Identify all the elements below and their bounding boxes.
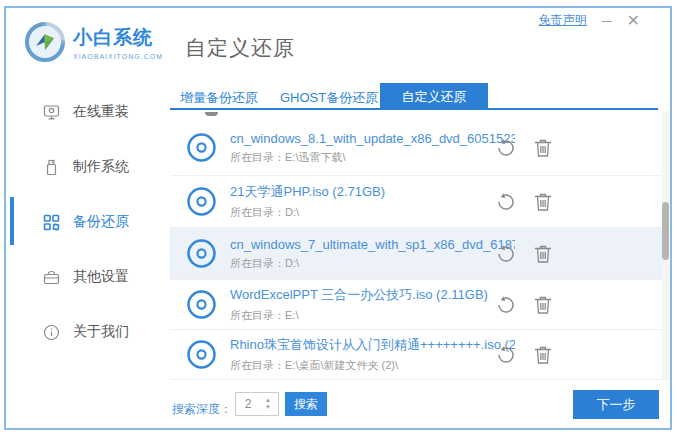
file-path: 所在目录：E:\迅雷下载\ <box>230 150 515 165</box>
delete-button[interactable] <box>532 191 554 213</box>
disc-icon <box>186 186 217 217</box>
logo-swirl-icon <box>24 21 66 63</box>
sidebar-item-label: 在线重装 <box>73 103 129 121</box>
search-button[interactable]: 搜索 <box>285 392 327 416</box>
file-path: 所在目录：D:\ <box>230 205 515 220</box>
tab-custom-restore[interactable]: 自定义还原 <box>380 83 488 110</box>
restore-button[interactable] <box>495 191 517 213</box>
search-depth-label: 搜索深度： <box>172 401 232 418</box>
list-item[interactable]: cn_windows_7_ultimate_with_sp1_x86_dvd_6… <box>170 228 662 280</box>
sidebar-item-label: 制作系统 <box>73 158 129 176</box>
sidebar-item-online-reinstall[interactable]: 在线重装 <box>43 97 129 127</box>
sidebar-item-label: 关于我们 <box>73 323 129 341</box>
disc-icon <box>186 339 217 370</box>
spinner-down-icon[interactable]: ▼ <box>265 404 271 411</box>
delete-button[interactable] <box>532 344 554 366</box>
sidebar-item-other-settings[interactable]: 其他设置 <box>43 262 129 292</box>
sidebar-item-backup-restore[interactable]: 备份还原 <box>43 207 129 237</box>
file-path: 所在目录：D:\ <box>230 256 515 271</box>
file-path: 所在目录：E:\ <box>230 308 515 323</box>
search-depth-spinner: ▲ ▼ <box>235 392 279 416</box>
delete-button[interactable] <box>532 243 554 265</box>
list-item[interactable]: cn_windows_8.1_with_update_x86_dvd_60515… <box>170 120 662 176</box>
scrollbar-thumb[interactable] <box>662 202 669 260</box>
list-item[interactable]: WordExcelPPT 三合一办公技巧.iso (2.11GB) 所在目录：E… <box>170 280 662 330</box>
logo-subtitle: XIAOBAIXITONG.COM <box>73 53 163 60</box>
app-window: 小白系统 XIAOBAIXITONG.COM 自定义还原 免责声明 ─ ✕ 在线… <box>4 6 672 430</box>
sidebar-item-about-us[interactable]: 关于我们 <box>43 317 129 347</box>
usb-drive-icon <box>43 159 60 176</box>
sidebar-item-label: 其他设置 <box>73 268 129 286</box>
disc-icon <box>186 289 217 320</box>
info-icon <box>43 324 60 341</box>
sidebar-item-label: 备份还原 <box>73 213 129 231</box>
restore-button[interactable] <box>495 344 517 366</box>
disclaimer-link[interactable]: 免责声明 <box>539 12 587 29</box>
close-icon[interactable]: ✕ <box>627 14 640 28</box>
disc-icon <box>186 132 217 163</box>
tabs-underline <box>170 108 658 110</box>
list-item[interactable]: 21天学通PHP.iso (2.71GB) 所在目录：D:\ <box>170 176 662 228</box>
titlebar-controls: 免责声明 ─ ✕ <box>539 12 640 29</box>
spinner-up-icon[interactable]: ▲ <box>265 397 271 404</box>
disc-icon <box>186 238 217 269</box>
tab-ghost-backup[interactable]: GHOST备份还原 <box>280 85 378 110</box>
active-item-indicator <box>10 197 14 245</box>
file-path: 所在目录：E:\桌面\新建文件夹 (2)\ <box>230 358 515 373</box>
file-title: 21天学通PHP.iso (2.71GB) <box>230 183 515 201</box>
delete-button[interactable] <box>532 137 554 159</box>
file-title: cn_windows_7_ultimate_with_sp1_x86_dvd_6… <box>230 237 515 252</box>
file-title: Rhino珠宝首饰设计从入门到精通++++++++.iso (2.06GB) <box>230 336 515 354</box>
page-title: 自定义还原 <box>185 34 295 62</box>
minimize-icon[interactable]: ─ <box>602 14 612 28</box>
app-logo: 小白系统 XIAOBAIXITONG.COM <box>24 21 163 63</box>
toolbox-icon <box>43 269 60 286</box>
next-button[interactable]: 下一步 <box>573 390 659 419</box>
restore-button[interactable] <box>495 243 517 265</box>
list-item[interactable]: Rhino珠宝首饰设计从入门到精通++++++++.iso (2.06GB) 所… <box>170 330 662 380</box>
monitor-icon <box>43 104 60 121</box>
grid-icon <box>43 214 60 231</box>
search-depth-input[interactable] <box>236 393 260 415</box>
sidebar-item-make-system[interactable]: 制作系统 <box>43 152 129 182</box>
file-list: cn_windows_8.1_with_update_x86_dvd_60515… <box>170 112 662 380</box>
restore-button[interactable] <box>495 294 517 316</box>
restore-button[interactable] <box>495 137 517 159</box>
file-title: WordExcelPPT 三合一办公技巧.iso (2.11GB) <box>230 286 515 304</box>
file-title: cn_windows_8.1_with_update_x86_dvd_60515… <box>230 131 515 146</box>
partial-row-remnant <box>205 112 218 116</box>
delete-button[interactable] <box>532 294 554 316</box>
logo-title: 小白系统 <box>73 25 163 51</box>
tab-incremental-backup[interactable]: 增量备份还原 <box>180 85 258 110</box>
